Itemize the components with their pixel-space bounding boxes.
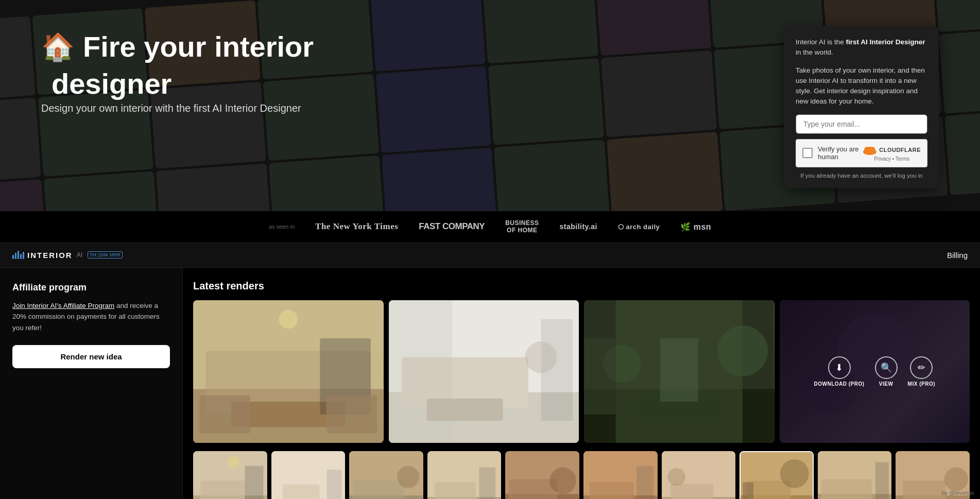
svg-rect-63 — [743, 483, 753, 499]
svg-rect-32 — [200, 480, 245, 499]
svg-point-9 — [279, 309, 298, 329]
view-icon: 🔍 — [875, 356, 898, 379]
render-card-2[interactable] — [389, 300, 579, 443]
hero-card-note: If you already have an account, we'll lo… — [796, 173, 927, 179]
svg-rect-38 — [326, 470, 341, 499]
view-button[interactable]: 🔍 VIEW — [875, 356, 898, 387]
style-thumb-midcentury[interactable]: Midcentury modern — [583, 451, 658, 499]
mix-pro-button[interactable]: ✏ MIX (PRO) — [908, 356, 935, 387]
svg-point-50 — [550, 468, 577, 494]
cloudflare-logo: CLOUDFLARE — [863, 145, 921, 155]
style-thumb-interior-ai[interactable]: Interior AI — [505, 451, 579, 499]
hero-signup-card: Interior AI is the first AI Interior Des… — [784, 26, 939, 188]
svg-rect-53 — [589, 482, 633, 499]
mix-icon: ✏ — [910, 356, 933, 379]
bar5 — [23, 252, 24, 259]
affiliate-description: Join Interior AI's Affiliate Program and… — [12, 300, 170, 334]
svg-rect-41 — [353, 480, 405, 499]
hero-title-text: Fire your interior — [83, 31, 314, 63]
cloudflare-text: CLOUDFLARE — [879, 147, 921, 153]
section-title: Latest renders — [193, 280, 970, 292]
renders-grid: ⬇ DOWNLOAD (PRO) 🔍 VIEW ✏ MIX (PRO) — [193, 300, 970, 443]
styles-row: Modern Minimalist — [193, 451, 970, 499]
svg-rect-45 — [435, 482, 475, 499]
content-area: Latest renders — [183, 268, 980, 499]
svg-rect-37 — [282, 485, 319, 499]
svg-rect-66 — [821, 479, 872, 499]
hero-card-body: Take photos of your own interior, and th… — [796, 65, 927, 107]
top-nav: INTERIOR AI TM 150K MRR Billing — [0, 243, 980, 268]
press-label: as seen in — [269, 223, 295, 230]
captcha-widget[interactable]: Verify you are human CLOUDFLARE Privacy … — [796, 139, 927, 167]
svg-rect-11 — [326, 395, 377, 434]
house-icon: 🏠 — [41, 33, 75, 60]
download-label: DOWNLOAD (PRO) — [814, 381, 865, 387]
archdaily-logo: ⬡ arch daily — [618, 223, 660, 231]
render-card-4[interactable]: ⬇ DOWNLOAD (PRO) 🔍 VIEW ✏ MIX (PRO) — [780, 300, 970, 443]
captcha-label: Verify you are human — [818, 145, 863, 161]
brand-ai-label: AI — [77, 251, 82, 259]
download-pro-button[interactable]: ⬇ DOWNLOAD (PRO) — [814, 356, 865, 387]
svg-rect-54 — [637, 466, 654, 499]
bar4 — [20, 254, 22, 259]
bar3 — [18, 251, 19, 259]
svg-point-62 — [780, 459, 809, 488]
billing-button[interactable]: Billing — [947, 251, 968, 260]
svg-point-58 — [667, 468, 685, 486]
svg-point-22 — [717, 325, 768, 376]
svg-rect-57 — [670, 484, 713, 499]
nyt-logo: The New York Times — [315, 221, 398, 232]
main-layout: Affiliate program Join Interior AI's Aff… — [0, 268, 980, 499]
msn-logo: 🌿 msn — [680, 222, 711, 232]
svg-rect-70 — [903, 480, 946, 499]
style-thumb-tropical[interactable]: Tropical — [740, 451, 814, 499]
cloudflare-branding: CLOUDFLARE Privacy • Terms — [863, 145, 921, 162]
svg-rect-17 — [426, 399, 503, 421]
svg-rect-26 — [584, 338, 616, 415]
overlay-actions: ⬇ DOWNLOAD (PRO) 🔍 VIEW ✏ MIX (PRO) — [814, 356, 936, 387]
cloudflare-cloud-icon — [863, 145, 877, 155]
style-thumb-minimalist[interactable]: Minimalist — [271, 451, 346, 499]
svg-rect-10 — [199, 395, 250, 434]
bar2 — [15, 253, 16, 259]
style-thumb-zen[interactable]: Zen — [662, 451, 736, 499]
business-of-home-logo: BUSINESSOF HOME — [505, 219, 539, 234]
svg-point-71 — [944, 468, 968, 491]
captcha-left: Verify you are human — [802, 145, 863, 161]
render-image-1 — [193, 300, 384, 443]
render-overlay: ⬇ DOWNLOAD (PRO) 🔍 VIEW ✏ MIX (PRO) — [780, 300, 970, 443]
render-card-3[interactable] — [584, 300, 775, 443]
hero-card-description: Interior AI is the first AI Interior Des… — [796, 37, 927, 58]
download-icon: ⬇ — [828, 356, 851, 379]
render-new-idea-button[interactable]: Render new idea — [12, 345, 170, 368]
press-bar: as seen in The New York Times FAST COMPA… — [0, 211, 980, 243]
style-thumb-modern[interactable]: Modern — [193, 451, 267, 499]
fastcompany-logo: FAST COMPANY — [419, 221, 485, 232]
style-thumb-industrial[interactable]: Industrial — [818, 451, 892, 499]
brand-name: INTERIOR — [27, 251, 73, 260]
brand: INTERIOR AI TM 150K MRR — [12, 251, 123, 260]
svg-point-3 — [867, 147, 872, 152]
stability-ai-logo: stability.ai — [559, 222, 597, 231]
affiliate-title: Affiliate program — [12, 282, 170, 293]
svg-rect-46 — [479, 467, 495, 499]
svg-rect-15 — [389, 300, 452, 443]
style-thumb-contemporary[interactable]: Contemporary — [349, 451, 423, 499]
render-card-1[interactable] — [193, 300, 384, 443]
email-input[interactable] — [796, 114, 927, 134]
affiliate-link[interactable]: Join Interior AI's Affiliate Program — [12, 302, 114, 309]
render-image-3 — [584, 300, 775, 443]
style-thumb-scandinavian[interactable]: Scandinavian — [427, 451, 502, 499]
levelsio-credit: by @levelsio — [941, 490, 974, 496]
svg-rect-25 — [660, 338, 698, 402]
view-label: VIEW — [879, 381, 893, 387]
hero-section: 🏠 Fire your interior designer Design you… — [0, 0, 980, 211]
captcha-checkbox[interactable] — [802, 148, 813, 158]
brand-mrr-badge: TM 150K MRR — [88, 251, 123, 259]
svg-point-34 — [228, 456, 239, 468]
bar1 — [12, 255, 14, 259]
mix-label: MIX (PRO) — [908, 381, 935, 387]
render-image-2 — [389, 300, 579, 443]
svg-point-18 — [525, 341, 557, 373]
sidebar: Affiliate program Join Interior AI's Aff… — [0, 268, 183, 499]
